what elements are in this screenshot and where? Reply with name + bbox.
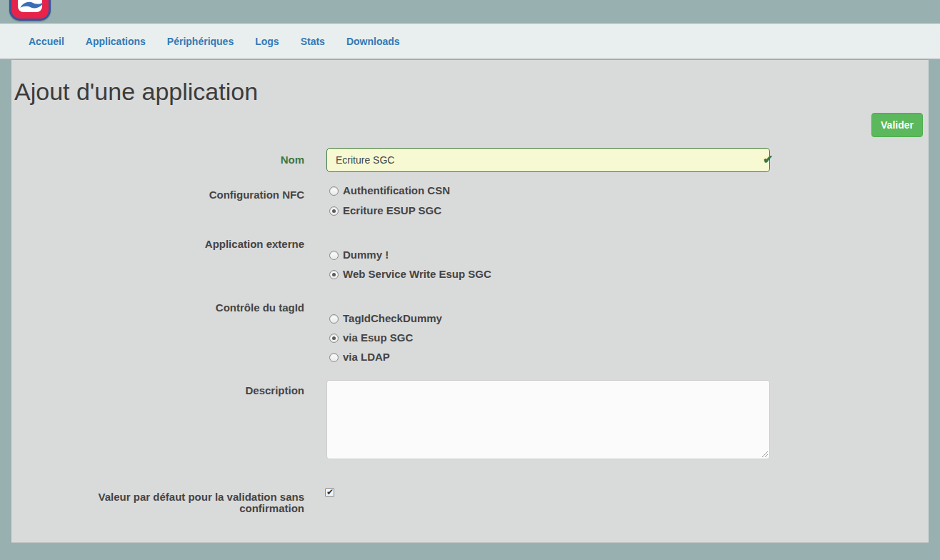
validation-sans-confirmation-checkbox[interactable] [325, 488, 334, 497]
nav-item-accueil[interactable]: Accueil [29, 24, 64, 59]
radio-option-tagidcheckdummy[interactable]: TagIdCheckDummy [329, 313, 442, 324]
radio-option-label: TagIdCheckDummy [343, 313, 442, 324]
radio-option-label: Web Service Write Esup SGC [343, 269, 491, 280]
radio-icon[interactable] [329, 334, 339, 343]
nav-item-logs[interactable]: Logs [255, 24, 279, 59]
radio-icon[interactable] [329, 270, 339, 279]
radio-icon[interactable] [329, 186, 339, 196]
logo-inner [18, 0, 42, 12]
valider-button[interactable]: Valider [871, 113, 923, 137]
top-bar [0, 0, 940, 24]
radio-icon[interactable] [329, 353, 339, 362]
page-title: Ajout d'une application [14, 77, 258, 106]
radio-option-label: Authentification CSN [343, 185, 450, 196]
radio-option-label: Dummy ! [343, 249, 389, 261]
radio-option-label: via LDAP [343, 351, 390, 363]
radio-option-label: via Esup SGC [343, 332, 413, 344]
check-icon: ✔ [760, 152, 776, 168]
radio-option-via-esup-sgc[interactable]: via Esup SGC [329, 332, 413, 344]
description-label: Description [41, 385, 304, 396]
nav-item-downloads[interactable]: Downloads [346, 24, 400, 59]
radio-option-dummy[interactable]: Dummy ! [329, 249, 389, 261]
radio-icon[interactable] [329, 206, 339, 216]
radio-icon[interactable] [329, 314, 339, 324]
main-navbar: Accueil Applications Périphériques Logs … [0, 24, 940, 59]
page: Accueil Applications Périphériques Logs … [0, 0, 940, 560]
application-externe-label: Application externe [41, 239, 304, 250]
controle-tagid-label: Contrôle du tagId [41, 302, 304, 314]
radio-option-via-ldap[interactable]: via LDAP [329, 351, 390, 363]
radio-option-ecriture-esup-sgc[interactable]: Ecriture ESUP SGC [329, 205, 441, 216]
validation-sans-confirmation-label: Valeur par défaut pour la validation san… [41, 491, 304, 514]
content-panel: Ajout d'une application Valider Nom ✔ Co… [11, 60, 929, 543]
nav-item-stats[interactable]: Stats [301, 24, 325, 59]
nom-label: Nom [41, 154, 304, 166]
radio-option-authentification-csn[interactable]: Authentification CSN [329, 185, 450, 196]
radio-option-label: Ecriture ESUP SGC [343, 205, 441, 216]
logo-red-ring [11, 0, 49, 19]
wave-icon [19, 0, 46, 11]
configuration-nfc-label: Configuration NFC [41, 189, 304, 201]
description-textarea[interactable] [326, 380, 770, 459]
nav-item-peripheriques[interactable]: Périphériques [167, 24, 234, 59]
radio-option-web-service-write-esup-sgc[interactable]: Web Service Write Esup SGC [329, 269, 491, 280]
esup-nfc-tag-logo[interactable] [9, 0, 51, 21]
nom-input[interactable] [326, 148, 770, 172]
nav-item-applications[interactable]: Applications [86, 24, 146, 59]
radio-icon[interactable] [329, 251, 339, 260]
